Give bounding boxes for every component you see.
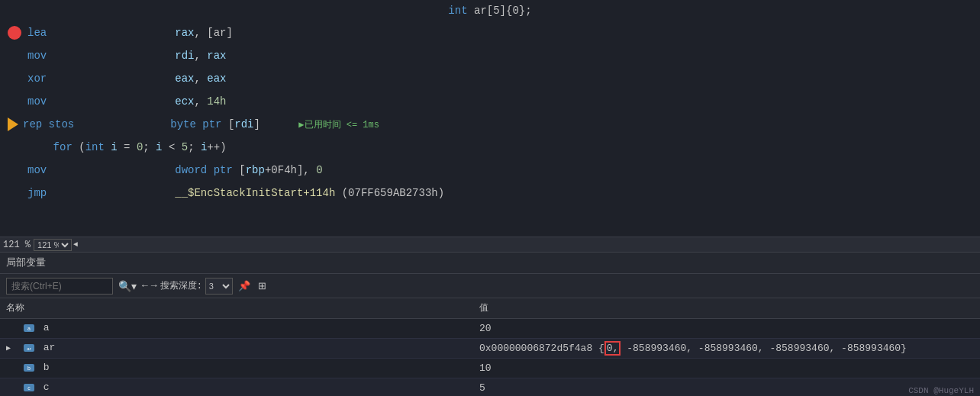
variable-icon: a xyxy=(23,322,35,334)
code-line-mov2: mov ecx, 14h xyxy=(0,90,980,113)
variable-icon: b xyxy=(23,362,35,374)
breakpoint-icon xyxy=(8,26,21,40)
zoom-select[interactable]: 121 % xyxy=(34,239,72,251)
row-b-name-label: b xyxy=(44,362,50,373)
locals-title: 局部变量 xyxy=(0,253,980,274)
current-line-arrow xyxy=(8,118,18,131)
code-line-jmp: jmp __$EncStackInitStart+114h (07FF659AB… xyxy=(0,182,980,204)
mov1-code: mov rdi, rax xyxy=(27,50,227,62)
table-row: a a 20 xyxy=(0,318,980,338)
search-input[interactable] xyxy=(6,278,113,295)
table-icon-btn[interactable]: ⊞ xyxy=(256,280,269,291)
row-b-value: 10 xyxy=(473,358,980,378)
mov2-code: mov ecx, 14h xyxy=(27,95,227,108)
top-code-text: int ar[5]{0}; xyxy=(448,5,531,17)
table-row: b b 10 xyxy=(0,358,980,378)
lea-mnemonic: lea rax, [ar] xyxy=(27,27,233,39)
jmp-code: jmp __$EncStackInitStart+114h (07FF659AB… xyxy=(27,187,444,199)
locals-toolbar: 🔍▾ ← → 搜索深度: 3 1 2 4 5 📌 ⊞ xyxy=(0,274,980,298)
table-row: ▶ ar ar 0x00000006872d5f4a8 {0, -8589934… xyxy=(0,338,980,358)
row-ar-name: ▶ ar ar xyxy=(0,338,473,358)
scroll-bar: 121 % 121 % ◄ xyxy=(0,237,980,252)
for-code: for (int i = 0; i < 5; i++) xyxy=(27,141,227,153)
xor-code: xor eax, eax xyxy=(27,72,227,85)
rep-code: rep stos byte ptr [rdi] ▶已用时间 <= 1ms xyxy=(23,118,379,131)
code-line-mov3: mov dword ptr [rbp+0F4h], 0 xyxy=(0,159,980,182)
depth-label: 搜索深度: xyxy=(160,279,202,292)
code-line-for: for (int i = 0; i < 5; i++) xyxy=(0,136,980,159)
code-line-rep: rep stos byte ptr [rdi] ▶已用时间 <= 1ms xyxy=(0,113,980,136)
ar-value-before: 0x00000006872d5f4a8 { xyxy=(479,343,604,354)
row-a-name-label: a xyxy=(44,322,50,333)
mov3-code: mov dword ptr [rbp+0F4h], 0 xyxy=(27,164,323,176)
ar-value-highlight: 0, xyxy=(604,341,621,356)
row-a-name: a a xyxy=(0,318,473,338)
table-row: c c 5 xyxy=(0,378,980,396)
expand-placeholder xyxy=(6,384,15,392)
row-ar-name-label: ar xyxy=(44,342,56,353)
expand-placeholder xyxy=(6,324,15,333)
code-line-mov1: mov rdi, rax xyxy=(0,44,980,67)
locals-panel: 局部变量 🔍▾ ← → 搜索深度: 3 1 2 4 5 📌 ⊞ 名称 值 xyxy=(0,252,980,396)
row-ar-value: 0x00000006872d5f4a8 {0, -858993460, -858… xyxy=(473,338,980,358)
depth-select[interactable]: 3 1 2 4 5 xyxy=(205,278,233,295)
col-header-value: 值 xyxy=(473,298,980,318)
svg-text:ar: ar xyxy=(27,346,31,351)
ar-value-after: -858993460, -858993460, -858993460, -858… xyxy=(621,343,906,354)
arrow-left-btn[interactable]: ← xyxy=(142,280,148,291)
svg-text:b: b xyxy=(27,365,31,371)
scroll-left-arrow[interactable]: ◄ xyxy=(73,240,78,249)
svg-text:a: a xyxy=(27,326,31,331)
watermark: CSDN @HugeYLH xyxy=(908,386,974,395)
expand-ar-arrow[interactable]: ▶ xyxy=(6,343,15,353)
locals-table-container: 名称 值 a a 20 xyxy=(0,298,980,396)
search-icon-btn[interactable]: 🔍▾ xyxy=(116,280,139,292)
code-line-lea: lea rax, [ar] xyxy=(0,21,980,44)
row-c-name: c c xyxy=(0,378,473,396)
expand-placeholder xyxy=(6,364,15,372)
arrow-right-btn[interactable]: → xyxy=(151,280,157,291)
row-a-value: 20 xyxy=(473,318,980,338)
svg-text:c: c xyxy=(27,385,31,391)
variable-icon: ar xyxy=(23,342,35,354)
locals-table: 名称 值 a a 20 xyxy=(0,298,980,396)
code-line-xor: xor eax, eax xyxy=(0,67,980,90)
zoom-label: 121 % xyxy=(3,240,31,250)
top-code-line: int ar[5]{0}; xyxy=(0,0,980,21)
row-c-value: 5 xyxy=(473,378,980,396)
variable-icon: c xyxy=(23,382,35,394)
col-header-name: 名称 xyxy=(0,298,473,318)
row-c-name-label: c xyxy=(44,382,50,393)
row-b-name: b b xyxy=(0,358,473,378)
code-area: int ar[5]{0}; lea rax, [ar] mov rdi, rax… xyxy=(0,0,980,237)
pin-icon-btn[interactable]: 📌 xyxy=(236,280,253,291)
